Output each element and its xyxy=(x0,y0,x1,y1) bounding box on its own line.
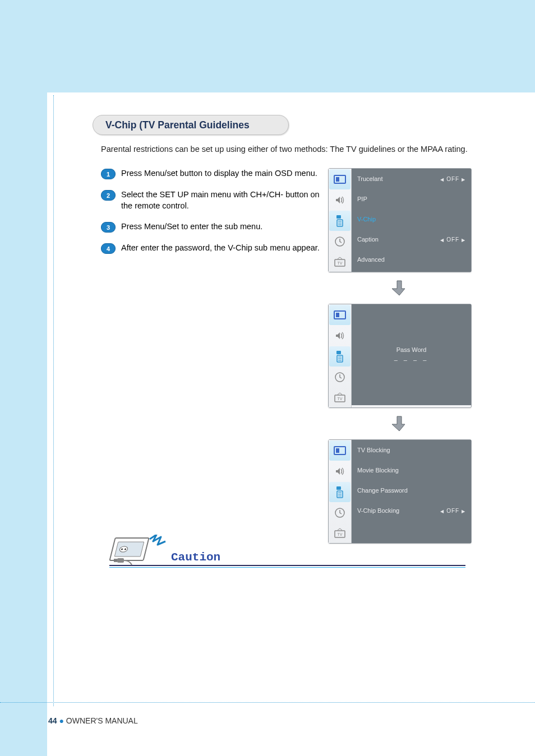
svg-rect-12 xyxy=(336,351,341,354)
osd-menu-item[interactable]: Trucelant ◀ OFF ▶ xyxy=(352,169,471,189)
osd-off-indicator: ◀ OFF ▶ xyxy=(440,176,465,182)
svg-rect-1 xyxy=(336,177,339,182)
osd-sidebar-icons: TV xyxy=(329,304,352,407)
arrow-down-icon xyxy=(328,412,471,435)
svg-text:TV: TV xyxy=(338,261,343,265)
footer-label: OWNER'S MANUAL xyxy=(66,716,138,725)
step-item: 1 Press Menu/set button to display the m… xyxy=(101,168,322,179)
osd-menu-label: PIP xyxy=(357,196,367,202)
osd-menu-body: TV Blocking Movie Blocking Change Passwo… xyxy=(352,440,471,543)
clock-icon xyxy=(329,503,351,523)
sound-icon xyxy=(329,326,351,346)
page-footer: 44 ● OWNER'S MANUAL xyxy=(48,716,138,725)
step-text: Press Menu/set button to display the mai… xyxy=(121,168,317,179)
sound-icon xyxy=(329,190,351,210)
svg-text:TV: TV xyxy=(338,532,343,536)
step-number-badge: 4 xyxy=(101,243,116,254)
svg-text:TV: TV xyxy=(338,397,343,401)
osd-menu-label: Caption xyxy=(357,236,379,243)
osd-sidebar-icons: TV xyxy=(329,169,352,272)
osd-panel-vchip: TV TV Blocking Movie Blocking Change Pas… xyxy=(328,439,472,544)
header-band xyxy=(0,0,535,92)
caution-art-icon xyxy=(109,535,168,569)
svg-rect-35 xyxy=(117,558,124,563)
arrow-down-icon xyxy=(328,277,471,299)
clock-icon xyxy=(329,367,351,387)
intro-text: Parental restrictions can be set up usin… xyxy=(101,145,505,154)
svg-rect-31 xyxy=(114,542,144,556)
osd-menu-label: V-Chip xyxy=(357,216,376,222)
password-prompt: Pass Word – – – – xyxy=(352,304,471,405)
osd-sidebar-icons: TV xyxy=(329,440,352,543)
step-number-badge: 2 xyxy=(101,190,116,201)
left-band xyxy=(0,0,47,756)
picture-icon xyxy=(329,440,350,461)
osd-menu-item[interactable]: Movie Blocking xyxy=(352,460,471,480)
bullet-icon: ● xyxy=(59,716,66,725)
page-number: 44 xyxy=(48,716,57,725)
step-number-badge: 1 xyxy=(101,169,116,179)
tv-icon: TV xyxy=(329,252,351,272)
osd-menu-label: Movie Blocking xyxy=(357,467,399,474)
caution-label: Caution xyxy=(171,551,220,564)
step-number-badge: 3 xyxy=(101,222,116,233)
tv-icon: TV xyxy=(329,387,351,407)
step-item: 4 After enter the password, the V-Chip s… xyxy=(101,243,322,254)
password-title: Pass Word xyxy=(396,346,427,353)
osd-menu-item-selected[interactable]: V-Chip xyxy=(352,209,471,229)
section-heading: V-Chip (TV Parental Guidelines xyxy=(93,115,289,135)
osd-menu-label: Change Password xyxy=(357,487,408,494)
osd-menu-item[interactable]: V-Chip Bocking ◀ OFF ▶ xyxy=(352,500,471,521)
osd-menu-item[interactable]: Caption ◀ OFF ▶ xyxy=(352,229,471,249)
clock-icon xyxy=(329,231,351,252)
svg-rect-2 xyxy=(336,215,341,219)
step-text: Press Menu/Set to enter the sub menu. xyxy=(121,221,262,233)
section-heading-label: V-Chip (TV Parental Guidelines xyxy=(105,119,250,131)
svg-rect-21 xyxy=(336,448,339,453)
osd-menu-label: Trucelant xyxy=(357,175,382,182)
steps-list: 1 Press Menu/set button to display the m… xyxy=(101,168,322,264)
svg-rect-22 xyxy=(336,486,341,490)
osd-menu-item[interactable]: Advanced xyxy=(352,249,471,270)
password-placeholder[interactable]: – – – – xyxy=(394,356,429,363)
setup-icon xyxy=(329,482,350,502)
picture-icon xyxy=(329,169,350,189)
svg-rect-11 xyxy=(336,313,339,317)
setup-icon xyxy=(329,211,350,231)
osd-off-indicator: ◀ OFF ▶ xyxy=(440,236,465,243)
step-item: 3 Press Menu/Set to enter the sub menu. xyxy=(101,221,322,233)
sound-icon xyxy=(329,461,351,481)
picture-icon xyxy=(329,305,350,325)
osd-menu-label: V-Chip Bocking xyxy=(357,507,399,514)
step-text: Select the SET UP main menu with CH+/CH-… xyxy=(121,189,322,211)
osd-menu-label: TV Blocking xyxy=(357,447,390,453)
osd-menu-item[interactable]: PIP xyxy=(352,189,471,209)
osd-screens: TV Trucelant ◀ OFF ▶ PIP V-Chip Caption … xyxy=(328,168,471,548)
horizontal-dotted-separator xyxy=(0,702,535,703)
osd-menu-item[interactable]: TV Blocking xyxy=(352,440,471,460)
caution-block: Caution xyxy=(109,538,465,568)
osd-menu-item[interactable]: Change Password xyxy=(352,480,471,500)
osd-menu-label: Advanced xyxy=(357,256,385,263)
osd-panel-setup: TV Trucelant ◀ OFF ▶ PIP V-Chip Caption … xyxy=(328,168,472,272)
osd-off-indicator: ◀ OFF ▶ xyxy=(440,508,465,514)
osd-menu-body: Trucelant ◀ OFF ▶ PIP V-Chip Caption ◀ O… xyxy=(352,169,471,272)
setup-icon xyxy=(329,346,350,367)
vertical-dotted-separator xyxy=(53,95,54,706)
step-text: After enter the password, the V-Chip sub… xyxy=(121,243,320,254)
osd-panel-password: TV Pass Word – – – – xyxy=(328,304,472,408)
step-item: 2 Select the SET UP main menu with CH+/C… xyxy=(101,189,322,211)
